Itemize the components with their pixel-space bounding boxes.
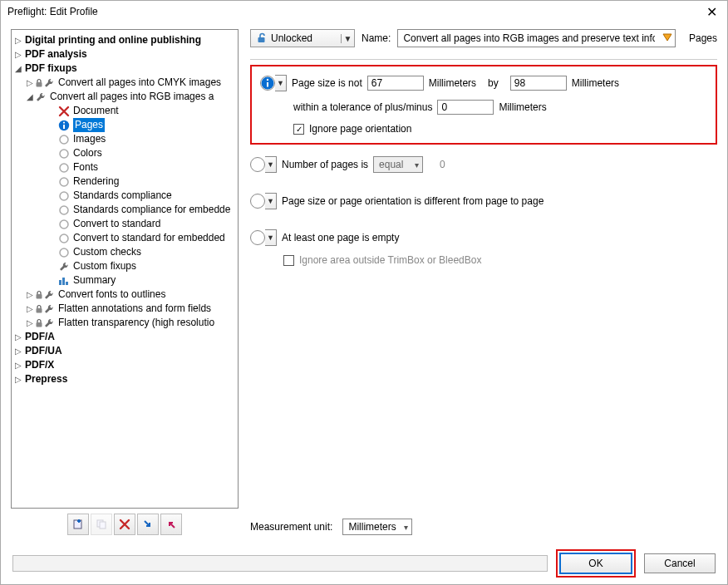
duplicate-button[interactable] (91, 514, 112, 535)
ignore-orientation-label: Ignore page orientation (309, 123, 411, 135)
lock-state-dropdown[interactable]: Unlocked ▼ (250, 29, 355, 47)
chevron-right-icon[interactable]: ▷ (25, 302, 35, 316)
tree-item[interactable]: Summary (73, 273, 116, 288)
chevron-down-icon[interactable]: ▼ (265, 229, 277, 246)
add-button[interactable] (67, 514, 89, 535)
tree-item[interactable]: Fonts (73, 160, 98, 175)
tree-item[interactable]: Images (73, 132, 106, 146)
tree-item[interactable]: Convert to standard for embedded (73, 231, 225, 245)
tree-item[interactable]: Convert fonts to outlines (58, 288, 165, 302)
tree-item[interactable]: Convert all pages into RGB images a (50, 90, 214, 104)
chevron-right-icon[interactable]: ▷ (13, 47, 23, 61)
tree-group-pdfa[interactable]: PDF/A (25, 330, 55, 344)
wrench-icon (43, 289, 55, 301)
chevron-down-icon[interactable]: ◢ (25, 90, 35, 104)
tree-item[interactable]: Standards compliance for embedde (73, 203, 230, 217)
svg-rect-22 (258, 37, 265, 42)
bullet-icon (58, 204, 70, 216)
delete-button[interactable] (114, 514, 135, 535)
tree-group-pdfua[interactable]: PDF/UA (25, 344, 62, 358)
svg-rect-24 (267, 82, 268, 87)
chevron-down-icon[interactable]: ▼ (265, 156, 277, 173)
tree-item[interactable]: Document (73, 104, 119, 118)
tree-item-pages[interactable]: Pages (73, 118, 105, 132)
tree-group-pdf-fixups[interactable]: PDF fixups (25, 61, 77, 76)
tree-item[interactable]: Rendering (73, 175, 119, 189)
info-icon (58, 120, 70, 131)
svg-point-9 (60, 206, 68, 214)
num-pages-op-select[interactable]: equal (373, 156, 423, 173)
wrench-icon (43, 77, 55, 89)
tree-item[interactable]: Custom checks (73, 245, 141, 259)
tolerance-input[interactable] (437, 100, 494, 115)
bullet-icon (58, 176, 70, 188)
profile-name-input[interactable] (398, 30, 660, 47)
status-field (12, 555, 548, 572)
unit-label: Millimeters (499, 101, 546, 113)
svg-point-4 (60, 135, 68, 144)
tree-item[interactable]: Custom fixups (73, 259, 136, 273)
tree-item[interactable]: Convert to standard (73, 217, 160, 231)
severity-none-icon[interactable] (250, 157, 265, 172)
page-width-input[interactable] (367, 76, 424, 91)
cancel-button[interactable]: Cancel (644, 553, 716, 573)
ok-button[interactable]: OK (560, 553, 632, 573)
triangle-down-icon[interactable] (660, 32, 675, 45)
lock-icon (35, 290, 43, 300)
chevron-right-icon[interactable]: ▷ (13, 344, 23, 358)
chevron-right-icon[interactable]: ▷ (13, 372, 23, 386)
svg-point-7 (60, 178, 68, 186)
tree-group-prepress[interactable]: Prepress (25, 372, 67, 386)
chevron-down-icon[interactable]: ▼ (265, 193, 277, 209)
svg-point-8 (60, 192, 68, 200)
close-icon[interactable]: ✕ (703, 4, 721, 20)
severity-none-icon[interactable] (250, 194, 265, 209)
chevron-right-icon[interactable]: ▷ (13, 358, 23, 372)
chevron-down-icon[interactable]: ◢ (13, 61, 23, 76)
ignore-orientation-checkbox[interactable]: ✓ (293, 124, 304, 135)
chevron-down-icon[interactable]: ▼ (275, 75, 287, 91)
chevron-right-icon[interactable]: ▷ (25, 288, 35, 302)
bullet-icon (58, 219, 70, 230)
x-icon (58, 106, 70, 117)
chevron-right-icon[interactable]: ▷ (25, 76, 35, 90)
tree-group-pdf-analysis[interactable]: PDF analysis (25, 47, 87, 61)
tree-item[interactable]: Standards compliance (73, 189, 172, 203)
svg-point-10 (60, 220, 68, 229)
tree-group-digital[interactable]: Digital printing and online publishing (25, 33, 201, 47)
tree-item[interactable]: Flatten transparency (high resolutio (58, 316, 214, 330)
svg-rect-13 (59, 280, 61, 285)
export-button[interactable] (160, 514, 182, 535)
tree-item[interactable]: Colors (73, 146, 102, 160)
tree-item[interactable]: Flatten annotations and form fields (58, 302, 211, 316)
wrench-icon (43, 317, 55, 329)
page-size-label: Page size is not (292, 77, 362, 89)
tree-group-pdfx[interactable]: PDF/X (25, 358, 54, 372)
lock-icon (35, 304, 43, 314)
severity-none-icon[interactable] (250, 230, 265, 245)
profile-tree[interactable]: ▷Digital printing and online publishing … (11, 29, 239, 509)
svg-point-3 (63, 121, 65, 123)
measurement-unit-select[interactable]: Millimeters (342, 519, 411, 535)
chevron-down-icon: ▼ (341, 34, 354, 43)
svg-rect-0 (37, 82, 42, 87)
svg-point-11 (60, 234, 68, 243)
ignore-trimbox-checkbox: ✓ (283, 255, 294, 266)
svg-rect-21 (100, 522, 106, 528)
severity-info-icon[interactable] (260, 76, 275, 91)
lock-icon (35, 78, 43, 88)
svg-point-5 (60, 150, 68, 158)
tree-item[interactable]: Convert all pages into CMYK images (58, 76, 221, 90)
by-label: by (488, 77, 499, 89)
lock-state-label: Unlocked (271, 32, 341, 44)
page-height-input[interactable] (510, 76, 567, 91)
summary-icon (58, 275, 70, 287)
wrench-icon (58, 261, 70, 273)
chevron-right-icon[interactable]: ▷ (25, 316, 35, 330)
import-button[interactable] (137, 514, 159, 535)
breadcrumb: Pages (682, 32, 717, 44)
bullet-icon (58, 233, 70, 244)
chevron-right-icon[interactable]: ▷ (13, 33, 23, 47)
chevron-right-icon[interactable]: ▷ (13, 330, 23, 344)
unlock-icon (251, 32, 271, 44)
